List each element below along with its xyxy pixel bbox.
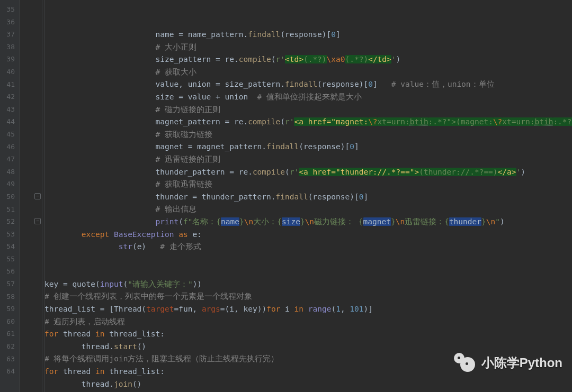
- line-number: 48: [0, 166, 19, 178]
- watermark: 小陈学Python: [454, 353, 562, 373]
- line-number: 40: [0, 66, 19, 78]
- line-number: 43: [0, 103, 19, 116]
- code-line[interactable]: thread.join(): [42, 378, 572, 391]
- code-editor[interactable]: 3536373839404142434445464748495051525354…: [0, 0, 572, 392]
- line-number: 64: [0, 365, 19, 378]
- line-number: 55: [0, 253, 19, 266]
- code-line[interactable]: # 获取大小: [42, 66, 572, 79]
- line-number: 46: [0, 141, 19, 153]
- line-number: 49: [0, 178, 19, 190]
- code-line[interactable]: key = quote(input("请输入关键字：")): [42, 278, 572, 291]
- line-number: 54: [0, 240, 19, 253]
- code-line[interactable]: thread.start(): [42, 341, 572, 353]
- line-number: 41: [0, 78, 19, 91]
- line-number: 56: [0, 265, 19, 278]
- code-line[interactable]: magnet = magnet_pattern.findall(response…: [42, 141, 572, 153]
- code-line[interactable]: thread_list = [Thread(target=fun, args=(…: [42, 303, 572, 316]
- line-number: 38: [0, 41, 19, 53]
- fold-marker[interactable]: [34, 218, 41, 224]
- code-line[interactable]: size_pattern = re.compile(r'<td>(.*?)\xa…: [42, 53, 572, 66]
- code-line[interactable]: thunder = thunder_pattern.findall(respon…: [42, 191, 572, 204]
- code-line[interactable]: # 磁力链接的正则: [42, 104, 572, 116]
- fold-column[interactable]: [19, 0, 42, 392]
- code-line[interactable]: # 迅雷链接的正则: [42, 153, 572, 166]
- line-number: 62: [0, 340, 19, 353]
- code-line[interactable]: size = value + union # 值和单位拼接起来就是大小: [42, 91, 572, 104]
- line-number: 52: [0, 215, 19, 228]
- line-number: 36: [0, 16, 19, 29]
- line-number: 44: [0, 115, 19, 128]
- line-number: 51: [0, 203, 19, 216]
- code-line[interactable]: print(f"名称：{name}\n大小：{size}\n磁力链接： {mag…: [42, 216, 572, 229]
- line-number: 39: [0, 53, 19, 66]
- code-line[interactable]: [42, 253, 572, 266]
- code-line[interactable]: str(e) # 走个形式: [42, 241, 572, 253]
- line-number: 35: [0, 3, 19, 16]
- code-area[interactable]: name = name_pattern.findall(response)[0]…: [42, 0, 572, 392]
- line-number: 47: [0, 153, 19, 166]
- code-line[interactable]: name = name_pattern.findall(response)[0]: [42, 29, 572, 41]
- wechat-icon: [454, 353, 477, 373]
- watermark-text: 小陈学Python: [481, 354, 562, 371]
- line-number: 57: [0, 278, 19, 290]
- line-number: 45: [0, 128, 19, 141]
- code-line[interactable]: # 遍历列表，启动线程: [42, 316, 572, 329]
- code-line[interactable]: # 获取迅雷链接: [42, 178, 572, 191]
- line-number: 42: [0, 90, 19, 103]
- code-line[interactable]: for thread in thread_list:: [42, 328, 572, 341]
- code-line[interactable]: [42, 266, 572, 278]
- code-line[interactable]: # 获取磁力链接: [42, 129, 572, 141]
- line-number: 59: [0, 303, 19, 315]
- code-line[interactable]: value, union = size_pattern.findall(resp…: [42, 78, 572, 91]
- line-number: 61: [0, 327, 19, 340]
- line-number-gutter: 3536373839404142434445464748495051525354…: [0, 0, 19, 392]
- code-line[interactable]: magnet_pattern = re.compile(r'<a href="m…: [42, 116, 572, 129]
- line-number: 53: [0, 228, 19, 241]
- line-number: 58: [0, 290, 19, 303]
- code-line[interactable]: except BaseException as e:: [42, 229, 572, 241]
- line-number: 60: [0, 315, 19, 328]
- code-line[interactable]: # 创建一个线程列表，列表中的每一个元素是一个线程对象: [42, 290, 572, 303]
- fold-marker[interactable]: [34, 193, 41, 199]
- line-number: 37: [0, 28, 19, 41]
- code-line[interactable]: # 大小正则: [42, 41, 572, 54]
- line-number: 50: [0, 190, 19, 203]
- line-number: 63: [0, 353, 19, 366]
- code-line[interactable]: # 输出信息: [42, 203, 572, 216]
- code-line[interactable]: thunder_pattern = re.compile(r'<a href="…: [42, 166, 572, 179]
